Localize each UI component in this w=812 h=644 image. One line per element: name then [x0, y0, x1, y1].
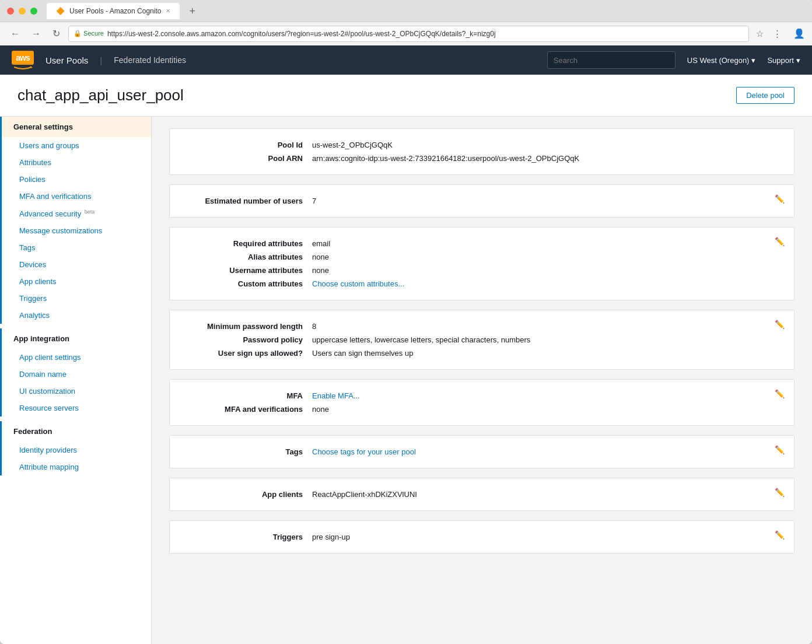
aws-search-input[interactable] [547, 51, 676, 69]
sidebar-item-advanced-security[interactable]: Advanced security beta [2, 205, 151, 222]
beta-badge: beta [85, 209, 95, 215]
sidebar-item-mfa[interactable]: MFA and verifications [2, 188, 151, 205]
password-policy-label: Password policy [184, 335, 312, 344]
edit-attributes-icon[interactable]: ✏️ [775, 237, 785, 246]
estimated-users-card: ✏️ Estimated number of users 7 [169, 184, 794, 218]
browser-tab[interactable]: 🔶 User Pools - Amazon Cognito ✕ [47, 3, 180, 19]
sidebar-item-identity-providers[interactable]: Identity providers [2, 442, 151, 459]
tags-card: ✏️ Tags Choose tags for your user pool [169, 435, 794, 468]
sidebar-federation[interactable]: Federation [2, 421, 151, 442]
mfa-link[interactable]: Enable MFA... [312, 391, 360, 400]
sidebar-item-tags[interactable]: Tags [2, 239, 151, 256]
sidebar-item-attribute-mapping[interactable]: Attribute mapping [2, 459, 151, 475]
attributes-card: ✏️ Required attributes email Alias attri… [169, 227, 794, 300]
back-button[interactable]: ← [7, 26, 23, 41]
password-card: ✏️ Minimum password length 8 Password po… [169, 310, 794, 370]
pool-arn-value: arn:aws:cognito-idp:us-west-2:7339216641… [312, 154, 579, 163]
edit-mfa-icon[interactable]: ✏️ [775, 389, 785, 398]
aws-logo[interactable]: aws [12, 51, 34, 69]
username-attributes-label: Username attributes [184, 266, 312, 275]
custom-attributes-label: Custom attributes [184, 279, 312, 288]
sidebar-item-app-clients[interactable]: App clients [2, 273, 151, 290]
tab-close-icon[interactable]: ✕ [166, 8, 170, 14]
app-clients-value: ReactAppClient-xhDKiZXVlUNI [312, 490, 417, 499]
tab-favicon: 🔶 [56, 7, 65, 15]
app-clients-card: ✏️ App clients ReactAppClient-xhDKiZXVlU… [169, 478, 794, 511]
username-attributes-value: none [312, 266, 329, 275]
new-tab-button[interactable]: + [187, 4, 198, 19]
mfa-label: MFA [184, 391, 312, 400]
min-password-length-value: 8 [312, 322, 316, 331]
refresh-button[interactable]: ↻ [49, 26, 64, 41]
sidebar-item-message-customizations[interactable]: Message customizations [2, 222, 151, 239]
service-name[interactable]: User Pools [46, 55, 88, 65]
pool-id-label: Pool Id [184, 141, 312, 149]
nav-separator: | [100, 55, 102, 65]
support-chevron-icon: ▾ [796, 56, 800, 65]
sidebar-item-analytics[interactable]: Analytics [2, 307, 151, 324]
tags-link[interactable]: Choose tags for your user pool [312, 447, 416, 456]
dot-green[interactable] [30, 8, 37, 15]
region-selector[interactable]: US West (Oregon) ▾ [687, 56, 756, 65]
sidebar-item-ui-customization[interactable]: UI customization [2, 383, 151, 400]
pool-id-value: us-west-2_OPbCjGQqK [312, 141, 393, 149]
sidebar-item-app-client-settings[interactable]: App client settings [2, 349, 151, 366]
custom-attributes-link[interactable]: Choose custom attributes... [312, 279, 404, 288]
forward-button[interactable]: → [28, 26, 44, 41]
tags-label: Tags [184, 447, 312, 456]
sidebar-item-triggers[interactable]: Triggers [2, 290, 151, 307]
app-clients-label: App clients [184, 490, 312, 499]
pool-info-card: Pool Id us-west-2_OPbCjGQqK Pool ARN arn… [169, 128, 794, 175]
pool-arn-label: Pool ARN [184, 154, 312, 163]
dot-yellow[interactable] [19, 8, 26, 15]
edit-triggers-icon[interactable]: ✏️ [775, 530, 785, 540]
support-menu[interactable]: Support ▾ [767, 56, 800, 65]
triggers-value: pre sign-up [312, 533, 350, 541]
tab-title: User Pools - Amazon Cognito [69, 7, 161, 15]
mfa-verifications-value: none [312, 405, 329, 414]
mfa-verifications-label: MFA and verifications [184, 405, 312, 414]
aws-smile-icon [12, 65, 34, 69]
delete-pool-button[interactable]: Delete pool [736, 87, 794, 104]
estimated-users-label: Estimated number of users [184, 197, 312, 205]
bookmark-icon[interactable]: ☆ [754, 29, 766, 39]
edit-password-icon[interactable]: ✏️ [775, 320, 785, 329]
region-chevron-icon: ▾ [751, 56, 755, 65]
dot-red[interactable] [7, 8, 14, 15]
mfa-card: ✏️ MFA Enable MFA... MFA and verificatio… [169, 379, 794, 426]
profile-icon[interactable]: 👤 [793, 28, 805, 39]
user-signup-value: Users can sign themselves up [312, 349, 413, 358]
sidebar-general-settings[interactable]: General settings [2, 117, 151, 137]
secure-icon: 🔒 Secure [74, 30, 104, 37]
sidebar-item-devices[interactable]: Devices [2, 256, 151, 273]
alias-attributes-label: Alias attributes [184, 253, 312, 261]
alias-attributes-value: none [312, 253, 329, 261]
edit-users-icon[interactable]: ✏️ [775, 194, 785, 204]
required-attributes-value: email [312, 239, 330, 248]
triggers-label: Triggers [184, 533, 312, 541]
edit-tags-icon[interactable]: ✏️ [775, 445, 785, 454]
required-attributes-label: Required attributes [184, 239, 312, 248]
password-policy-value: uppercase letters, lowercase letters, sp… [312, 335, 530, 344]
general-settings-label: General settings [13, 123, 73, 131]
federated-identities-link[interactable]: Federated Identities [114, 55, 186, 65]
sidebar-item-resource-servers[interactable]: Resource servers [2, 400, 151, 416]
estimated-users-value: 7 [312, 197, 316, 205]
min-password-length-label: Minimum password length [184, 322, 312, 331]
triggers-card: ✏️ Triggers pre sign-up [169, 520, 794, 554]
more-menu-icon[interactable]: ⋮ [771, 29, 784, 39]
user-signup-label: User sign ups allowed? [184, 349, 312, 358]
sidebar-item-users-and-groups[interactable]: Users and groups [2, 137, 151, 154]
sidebar-item-attributes[interactable]: Attributes [2, 154, 151, 171]
region-label: US West (Oregon) [687, 56, 750, 65]
aws-logo-text: aws [16, 53, 29, 62]
svg-marker-0 [30, 66, 33, 68]
sidebar-app-integration[interactable]: App integration [2, 328, 151, 349]
address-url: https://us-west-2.console.aws.amazon.com… [107, 30, 744, 38]
page-title: chat_app_api_user_pool [18, 86, 184, 104]
support-label: Support [767, 56, 794, 65]
edit-app-clients-icon[interactable]: ✏️ [775, 488, 785, 497]
sidebar-item-policies[interactable]: Policies [2, 171, 151, 188]
sidebar-item-domain-name[interactable]: Domain name [2, 366, 151, 383]
